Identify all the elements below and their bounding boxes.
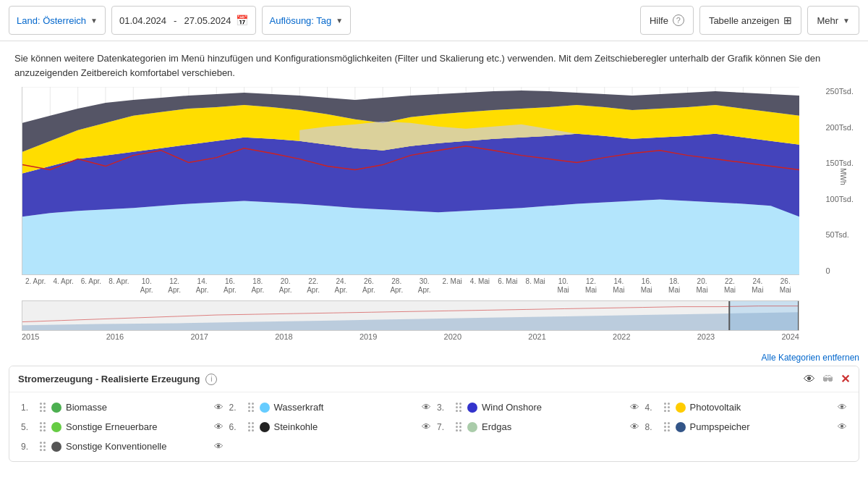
x-label-24mai: 24.Mai xyxy=(744,277,771,295)
y-label-150: 150Tsd. xyxy=(825,159,854,167)
eye-toggle-icon[interactable]: 👁 xyxy=(838,402,847,413)
legend-color-dot xyxy=(51,403,61,413)
eye-toggle-icon[interactable]: 👁 xyxy=(838,421,847,432)
list-item: 7. Erdgas 👁 xyxy=(434,419,642,434)
resolution-select[interactable]: Auflösung: Tag ▼ xyxy=(262,6,352,35)
legend-item-name: Photovoltaik xyxy=(690,402,741,413)
chevron-down-icon: ▼ xyxy=(90,17,98,25)
drag-handle[interactable] xyxy=(38,403,47,412)
legend-title-container: Stromerzeugung - Realisierte Erzeugung i xyxy=(18,374,217,385)
y-label-50: 50Tsd. xyxy=(825,230,854,239)
help-label: Hilfe xyxy=(650,15,668,26)
timeline-label-2024: 2024 xyxy=(781,332,799,341)
close-icon[interactable]: ✕ xyxy=(841,372,850,386)
info-text: Sie können weitere Datenkategorien im Me… xyxy=(0,41,868,87)
x-label-8mai: 8. Mai xyxy=(522,277,549,295)
x-label-10apr: 10.Apr. xyxy=(133,277,161,295)
drag-handle[interactable] xyxy=(38,422,47,431)
legend-header-icons: 👁 🕶 ✕ xyxy=(804,372,850,386)
legend-color-dot xyxy=(260,403,270,413)
drag-handle[interactable] xyxy=(663,422,671,431)
list-item: 1. Biomasse 👁 xyxy=(18,400,226,415)
y-label-200: 200Tsd. xyxy=(825,123,854,132)
info-icon[interactable]: i xyxy=(205,374,217,385)
eye-toggle-icon[interactable]: 👁 xyxy=(214,421,224,432)
timeline-label-2019: 2019 xyxy=(359,332,377,341)
chevron-down-icon3: ▼ xyxy=(843,17,850,25)
eye-toggle-icon[interactable]: 👁 xyxy=(214,402,224,413)
legend-card: Stromerzeugung - Realisierte Erzeugung i… xyxy=(9,366,859,462)
timeline-label-2016: 2016 xyxy=(106,332,124,341)
list-item: 6. Steinkohle 👁 xyxy=(226,419,435,434)
drag-handle[interactable] xyxy=(454,422,463,431)
legend-color-dot xyxy=(467,422,477,432)
eye-toggle-icon[interactable]: 👁 xyxy=(422,402,431,413)
eye-slash-icon[interactable]: 🕶 xyxy=(822,373,833,385)
x-label-22mai: 22.Mai xyxy=(716,277,744,295)
chevron-down-icon2: ▼ xyxy=(336,17,343,25)
legend-item-name: Pumpspeicher xyxy=(690,421,750,432)
legend-item-name: Wind Onshore xyxy=(482,402,542,413)
eye-toggle-icon[interactable]: 👁 xyxy=(630,421,639,432)
drag-handle[interactable] xyxy=(247,403,255,412)
x-label-12apr: 12.Apr. xyxy=(161,277,188,295)
x-label-6mai: 6. Mai xyxy=(494,277,522,295)
y-label-250: 250Tsd. xyxy=(825,87,854,96)
question-icon: ? xyxy=(673,14,684,26)
legend-color-dot xyxy=(467,403,477,413)
drag-handle[interactable] xyxy=(663,403,671,412)
x-label-24apr: 24.Apr. xyxy=(327,277,354,295)
eye-toggle-icon[interactable]: 👁 xyxy=(630,402,639,413)
chart-wrapper: 250Tsd. 200Tsd. 150Tsd. 100Tsd. 50Tsd. 0… xyxy=(0,87,868,341)
legend-section: Alle Kategorien entfernen Stromerzeugung… xyxy=(9,353,859,462)
x-label-6apr: 6. Apr. xyxy=(77,277,105,295)
y-axis: 250Tsd. 200Tsd. 150Tsd. 100Tsd. 50Tsd. 0 xyxy=(822,87,854,275)
x-label-30apr: 30.Apr. xyxy=(410,277,438,295)
list-item: 8. Pumpspeicher 👁 xyxy=(642,419,851,434)
timeline-label-2015: 2015 xyxy=(22,332,39,341)
eye-toggle-icon[interactable]: 👁 xyxy=(422,421,431,432)
x-label-26mai: 26.Mai xyxy=(772,277,799,295)
drag-handle[interactable] xyxy=(454,403,463,412)
legend-body: 1. Biomasse 👁 2. xyxy=(9,392,859,461)
timeline-label-2021: 2021 xyxy=(528,332,545,341)
x-label-16mai: 16.Mai xyxy=(633,277,660,295)
date-sep: - xyxy=(174,15,176,26)
y-label-0: 0 xyxy=(825,266,854,275)
x-label-4mai: 4. Mai xyxy=(466,277,493,295)
legend-color-dot xyxy=(260,422,270,432)
drag-handle[interactable] xyxy=(38,442,47,451)
country-select[interactable]: Land: Österreich ▼ xyxy=(9,6,106,35)
x-label-22apr: 22.Apr. xyxy=(299,277,327,295)
timeline-chart[interactable] xyxy=(22,300,799,331)
list-item: 5. Sonstige Erneuerbare 👁 xyxy=(18,419,226,434)
legend-title: Stromerzeugung - Realisierte Erzeugung xyxy=(18,374,200,384)
x-label-16apr: 16.Apr. xyxy=(216,277,244,295)
legend-item-name: Erdgas xyxy=(482,421,511,432)
list-item: 2. Wasserkraft 👁 xyxy=(226,400,435,415)
more-button[interactable]: Mehr ▼ xyxy=(807,6,859,35)
legend-color-dot xyxy=(51,422,61,432)
x-label-18mai: 18.Mai xyxy=(660,277,688,295)
more-label: Mehr xyxy=(817,15,838,26)
y-label-100: 100Tsd. xyxy=(825,195,854,203)
legend-item-name: Sonstige Konventionelle xyxy=(66,441,167,452)
remove-all-link[interactable]: Alle Kategorien entfernen xyxy=(762,353,859,363)
main-chart[interactable] xyxy=(22,87,799,275)
table-button[interactable]: Tabelle anzeigen ⊞ xyxy=(699,6,802,35)
legend-header: Stromerzeugung - Realisierte Erzeugung i… xyxy=(9,366,859,392)
help-button[interactable]: Hilfe ? xyxy=(640,6,694,35)
country-label: Land: Österreich xyxy=(17,15,86,26)
table-label: Tabelle anzeigen xyxy=(709,15,780,26)
date-range-picker[interactable]: 01.04.2024 - 27.05.2024 📅 xyxy=(111,6,256,35)
y-axis-unit: MWh xyxy=(839,168,847,185)
drag-handle[interactable] xyxy=(247,422,255,431)
eye-toggle-icon[interactable]: 👁 xyxy=(214,441,224,452)
eye-icon[interactable]: 👁 xyxy=(804,373,815,386)
list-item: 9. Sonstige Konventionelle 👁 xyxy=(18,439,226,454)
x-label-28apr: 28.Apr. xyxy=(383,277,410,295)
remove-all-container: Alle Kategorien entfernen xyxy=(9,353,859,363)
resolution-label: Auflösung: Tag xyxy=(270,15,332,26)
x-axis: 2. Apr. 4. Apr. 6. Apr. 8. Apr. 10.Apr. … xyxy=(22,275,799,295)
legend-color-dot xyxy=(676,403,686,413)
